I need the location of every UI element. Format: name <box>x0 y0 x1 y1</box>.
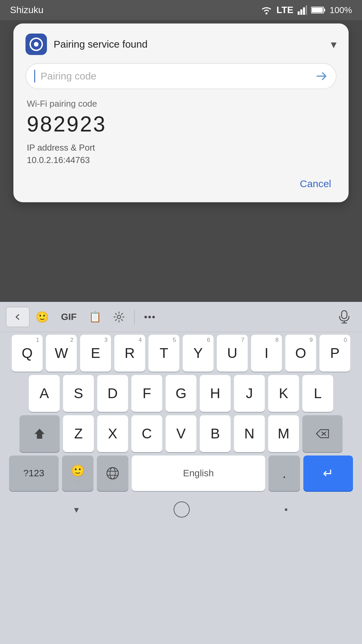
svg-rect-1 <box>298 11 300 15</box>
text-cursor <box>34 70 35 83</box>
cancel-button[interactable]: Cancel <box>295 175 337 192</box>
battery-percent: 100% <box>330 5 352 15</box>
svg-point-0 <box>265 12 267 14</box>
wifi-icon <box>260 6 273 14</box>
svg-point-26 <box>110 468 115 479</box>
signal-icon <box>298 5 307 15</box>
key-e[interactable]: 3E <box>80 335 111 372</box>
key-w[interactable]: 2W <box>46 335 77 372</box>
key-row-1: 1Q 2W 3E 4R 5T 6Y 7U 8I 9O 0P <box>4 335 358 372</box>
battery-icon <box>311 6 326 14</box>
num123-key[interactable]: ?123 <box>9 455 59 491</box>
clipboard-button[interactable]: 📋 <box>83 307 107 327</box>
svg-point-19 <box>117 315 121 319</box>
key-q[interactable]: 1Q <box>12 335 43 372</box>
key-row-2: A S D F G H J K L <box>4 375 358 412</box>
more-button[interactable]: ••• <box>138 307 162 327</box>
lte-label: LTE <box>277 5 294 15</box>
bottom-nav-bar: ▾ ▪ <box>0 498 362 521</box>
notification-title: Pairing service found <box>54 39 147 50</box>
key-h[interactable]: H <box>200 375 231 412</box>
key-y[interactable]: 6Y <box>183 335 214 372</box>
gif-button[interactable]: GIF <box>55 307 83 327</box>
nav-back-button[interactable]: ▾ <box>74 504 79 515</box>
nav-recents-button[interactable]: ▪ <box>285 504 288 515</box>
pairing-code-placeholder[interactable]: Pairing code <box>41 70 310 82</box>
key-k[interactable]: K <box>268 375 299 412</box>
svg-rect-7 <box>312 8 323 12</box>
keyboard-keys: 1Q 2W 3E 4R 5T 6Y 7U 8I 9O 0P A S D F G … <box>0 332 362 498</box>
svg-rect-3 <box>303 7 305 15</box>
ip-port-label: IP address & Port <box>27 143 335 153</box>
backspace-key[interactable] <box>302 415 343 452</box>
svg-rect-6 <box>324 9 325 11</box>
key-z[interactable]: Z <box>63 415 94 452</box>
send-button[interactable] <box>315 70 328 82</box>
key-o[interactable]: 9O <box>285 335 316 372</box>
key-l[interactable]: L <box>302 375 333 412</box>
key-u[interactable]: 7U <box>217 335 248 372</box>
key-f[interactable]: F <box>131 375 162 412</box>
key-a[interactable]: A <box>29 375 60 412</box>
key-g[interactable]: G <box>166 375 196 412</box>
notif-header-left: Pairing service found <box>25 34 147 55</box>
key-j[interactable]: J <box>234 375 265 412</box>
app-icon <box>25 34 47 55</box>
key-row-3: Z X C V B N M <box>4 415 358 452</box>
app-icon-inner <box>29 38 43 51</box>
key-b[interactable]: B <box>200 415 231 452</box>
keyboard-back-button[interactable] <box>6 307 29 327</box>
toolbar-divider <box>134 310 135 324</box>
key-t[interactable]: 5T <box>148 335 179 372</box>
pairing-code-value: 982923 <box>27 112 335 137</box>
status-icons: LTE 100% <box>260 5 352 15</box>
shift-key[interactable] <box>19 415 60 452</box>
dialog-footer: Cancel <box>25 175 337 192</box>
nav-home-button[interactable] <box>174 501 190 518</box>
settings-button[interactable] <box>107 307 131 327</box>
key-c[interactable]: C <box>131 415 162 452</box>
enter-key[interactable]: ↵ <box>303 455 353 491</box>
key-r[interactable]: 4R <box>114 335 145 372</box>
svg-point-25 <box>107 468 118 479</box>
app-icon-dot <box>34 42 39 47</box>
microphone-button[interactable] <box>333 307 356 327</box>
status-bar: Shizuku LTE 100% <box>0 0 362 20</box>
globe-key[interactable] <box>97 455 128 491</box>
key-d[interactable]: D <box>97 375 128 412</box>
svg-rect-4 <box>306 5 307 15</box>
ip-port-value: 10.0.2.16:44763 <box>27 155 335 165</box>
app-name: Shizuku <box>10 5 44 15</box>
key-n[interactable]: N <box>234 415 265 452</box>
period-key[interactable]: . <box>268 455 300 491</box>
key-row-bottom: ?123 🙂, English . ↵ <box>4 455 358 491</box>
emoji-key[interactable]: 🙂, <box>62 455 94 491</box>
key-m[interactable]: M <box>268 415 299 452</box>
sticker-button[interactable]: 🙂 <box>29 307 55 327</box>
wifi-pairing-label: Wi-Fi pairing code <box>27 99 335 109</box>
key-x[interactable]: X <box>97 415 128 452</box>
space-key[interactable]: English <box>132 455 265 491</box>
svg-rect-2 <box>300 9 302 15</box>
svg-rect-20 <box>342 311 347 319</box>
key-v[interactable]: V <box>166 415 196 452</box>
keyboard: 🙂 GIF 📋 ••• 1Q 2W <box>0 302 362 644</box>
keyboard-toolbar: 🙂 GIF 📋 ••• <box>0 302 362 332</box>
key-p[interactable]: 0P <box>319 335 350 372</box>
pairing-input-row[interactable]: Pairing code <box>25 63 337 89</box>
key-i[interactable]: 8I <box>251 335 282 372</box>
info-section: Wi-Fi pairing code 982923 IP address & P… <box>25 99 337 165</box>
notification-header: Pairing service found ▾ <box>25 34 337 55</box>
chevron-down-icon[interactable]: ▾ <box>331 38 337 51</box>
key-s[interactable]: S <box>63 375 94 412</box>
pairing-dialog: Pairing service found ▾ Pairing code Wi-… <box>13 23 349 202</box>
